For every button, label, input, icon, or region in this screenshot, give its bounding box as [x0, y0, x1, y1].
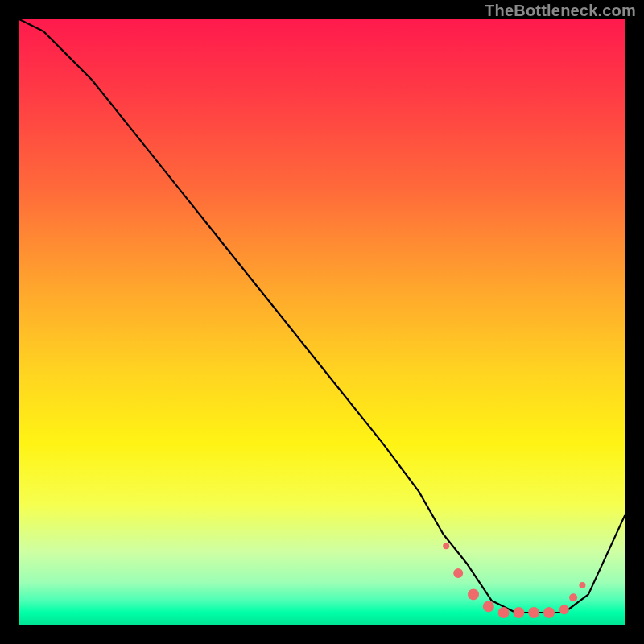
chart-stage: TheBottleneck.com — [0, 0, 644, 644]
highlight-dot — [559, 605, 569, 614]
highlight-dot — [543, 607, 555, 618]
curve-line — [19, 19, 625, 613]
marker-group — [443, 543, 585, 618]
highlight-dot — [453, 568, 463, 578]
highlight-dot — [569, 593, 577, 601]
highlight-dot — [528, 607, 539, 618]
highlight-dot — [513, 607, 524, 618]
chart-svg-layer — [19, 19, 625, 625]
watermark-text: TheBottleneck.com — [485, 2, 636, 20]
highlight-dot — [498, 607, 510, 618]
highlight-dot — [443, 543, 449, 549]
highlight-dot — [579, 582, 585, 588]
chart-plot-area — [19, 19, 625, 625]
highlight-dot — [483, 601, 494, 612]
highlight-dot — [468, 588, 479, 600]
